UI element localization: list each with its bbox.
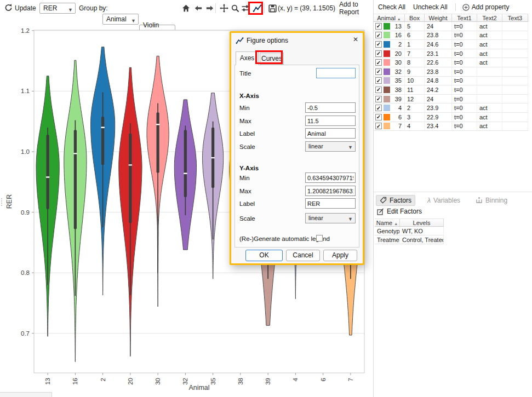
dialog-title: Figure options — [247, 37, 288, 44]
animal-id: 7 — [390, 123, 404, 129]
y-label-input[interactable] — [305, 198, 356, 209]
column-header-text1[interactable]: Text1 — [452, 14, 477, 22]
color-swatch[interactable] — [384, 59, 390, 66]
y-min-input[interactable] — [305, 172, 356, 183]
y-scale-select[interactable]: linear ▼ — [305, 213, 356, 223]
back-button[interactable] — [192, 3, 204, 14]
factors-column-header-name[interactable]: Name▲ — [375, 218, 400, 227]
column-header-text3[interactable]: Text3 — [502, 14, 528, 22]
update-button[interactable]: Update — [4, 3, 36, 14]
add-property-button[interactable]: Add property — [462, 3, 510, 11]
column-header-box[interactable]: Box — [405, 14, 425, 22]
factor-levels: WT, KO — [400, 227, 444, 235]
row-checkbox[interactable] — [375, 123, 382, 129]
table-row-animal-7[interactable]: 7423.4t=0act — [374, 122, 529, 131]
table-row-animal-2[interactable]: 2124.6t=0act — [374, 40, 529, 49]
factor-row-treatment[interactable]: TreatmentControl, Treated — [375, 235, 444, 244]
animal-cell: 35 — [374, 77, 405, 86]
save-icon — [268, 4, 277, 13]
color-swatch[interactable] — [384, 23, 390, 30]
cancel-button[interactable]: Cancel — [286, 250, 320, 261]
edit-factors-button[interactable]: Edit Factors — [377, 208, 422, 215]
color-swatch[interactable] — [384, 50, 390, 57]
cell-weight: 23.1 — [425, 49, 452, 59]
configure-subplots-button[interactable] — [239, 3, 251, 14]
table-row-animal-30[interactable]: 30822.6t=0act — [374, 58, 529, 67]
pan-button[interactable] — [218, 3, 230, 14]
row-checkbox[interactable] — [375, 23, 382, 30]
title-input[interactable] — [316, 68, 356, 78]
color-swatch[interactable] — [384, 87, 390, 93]
animal-table: Animal▲BoxWeightText1Text2Text3 13524t=0… — [374, 14, 529, 131]
legend-checkbox[interactable] — [316, 235, 323, 241]
tab-binning[interactable]: Binning — [472, 195, 511, 205]
column-header-weight[interactable]: Weight — [425, 14, 452, 22]
color-swatch[interactable] — [384, 105, 390, 111]
tab-axes[interactable]: Axes — [236, 51, 259, 65]
row-checkbox[interactable] — [375, 114, 382, 120]
cell-text2: act — [477, 49, 502, 59]
y-max-input[interactable] — [305, 186, 356, 196]
row-checkbox[interactable] — [375, 105, 382, 111]
cell-box: 6 — [405, 31, 425, 41]
row-checkbox[interactable] — [375, 32, 382, 38]
iqr-box — [184, 130, 187, 197]
table-row-animal-4[interactable]: 4223.9t=0act — [374, 103, 529, 113]
check-all-button[interactable]: Check All — [378, 3, 405, 11]
home-button[interactable] — [180, 3, 192, 14]
x-tick-label: 2 — [100, 378, 106, 381]
figure-options-button[interactable] — [251, 3, 263, 14]
row-checkbox[interactable] — [375, 68, 382, 75]
measure-select[interactable]: RER ▼ — [39, 3, 76, 14]
column-header-text2[interactable]: Text2 — [477, 14, 502, 22]
app-window: Update RER ▼ Group by: Animal ▼ Violin p… — [0, 0, 532, 397]
color-swatch[interactable] — [384, 41, 390, 48]
x-scale-select[interactable]: linear ▼ — [305, 141, 356, 152]
table-row-animal-6[interactable]: 6322.9t=0act — [374, 113, 529, 122]
tab-factors[interactable]: Factors — [376, 195, 415, 206]
row-checkbox[interactable] — [375, 87, 382, 93]
forward-button[interactable] — [204, 3, 216, 14]
row-checkbox[interactable] — [375, 41, 382, 48]
factors-column-header-levels[interactable]: Levels — [400, 218, 444, 227]
ok-button[interactable]: OK — [245, 250, 283, 261]
color-swatch[interactable] — [384, 68, 390, 75]
tab-variables[interactable]: λ Variables — [424, 195, 464, 205]
uncheck-all-button[interactable]: Uncheck All — [413, 3, 448, 11]
close-icon[interactable]: ✕ — [353, 36, 358, 43]
row-checkbox[interactable] — [375, 59, 382, 66]
save-button[interactable] — [266, 3, 278, 14]
apply-button[interactable]: Apply — [323, 250, 357, 261]
y-tick-label: 1.2 — [21, 27, 30, 34]
tab-curves[interactable]: Curves — [260, 53, 284, 65]
toolbar-separator — [264, 3, 265, 13]
cell-weight: 24.8 — [425, 77, 452, 86]
add-to-report-button[interactable]: Add to Report — [339, 3, 373, 14]
row-checkbox[interactable] — [375, 77, 382, 84]
table-row-animal-39[interactable]: 391224t=0 — [374, 95, 529, 104]
table-row-animal-16[interactable]: 16623.8t=0act — [374, 31, 529, 41]
figure-options-icon — [253, 4, 262, 13]
y-max-label: Max — [239, 188, 251, 194]
y-min-label: Min — [239, 175, 250, 181]
table-row-animal-13[interactable]: 13524t=0act — [374, 22, 529, 31]
color-swatch[interactable] — [384, 123, 390, 129]
row-checkbox[interactable] — [375, 96, 382, 102]
row-checkbox[interactable] — [375, 50, 382, 57]
x-max-input[interactable] — [305, 116, 356, 126]
table-row-animal-38[interactable]: 381124.2t=0 — [374, 85, 529, 95]
column-header-animal[interactable]: Animal▲ — [374, 14, 405, 22]
splitter-grip[interactable] — [1, 198, 2, 206]
color-swatch[interactable] — [384, 96, 390, 102]
color-swatch[interactable] — [384, 77, 390, 84]
table-row-animal-35[interactable]: 351024.8t=0 — [374, 77, 529, 86]
color-swatch[interactable] — [384, 114, 390, 120]
factor-row-genotype[interactable]: GenotypeWT, KO — [375, 227, 444, 235]
x-min-input[interactable] — [305, 102, 356, 113]
cell-box: 1 — [405, 40, 425, 49]
x-label-input[interactable] — [305, 128, 356, 139]
table-row-animal-32[interactable]: 32923.8t=0 — [374, 67, 529, 77]
table-row-animal-20[interactable]: 20723.1t=0act — [374, 49, 529, 59]
cell-weight: 23.9 — [425, 103, 452, 113]
color-swatch[interactable] — [384, 32, 390, 38]
